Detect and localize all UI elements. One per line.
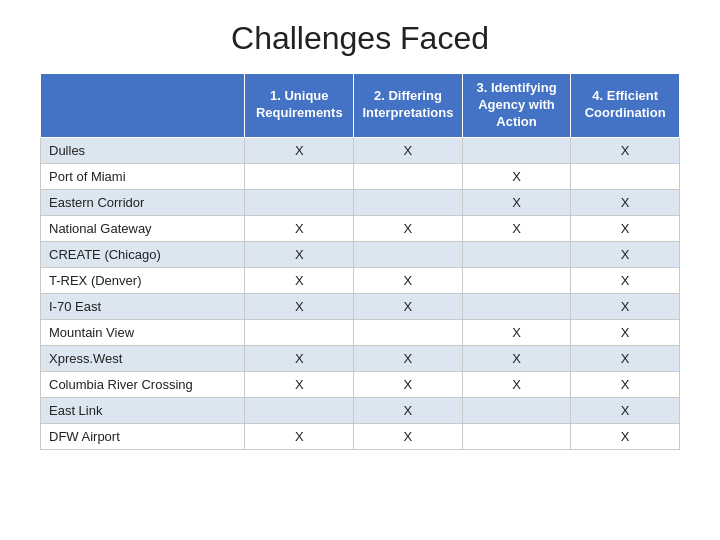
col-header-unique-req: 1. Unique Requirements [245,74,354,138]
cell-value: X [245,241,354,267]
table-row: I-70 EastXXX [41,293,680,319]
cell-value: X [354,397,463,423]
table-row: Xpress.WestXXXX [41,345,680,371]
project-name: Columbia River Crossing [41,371,245,397]
table-row: CREATE (Chicago)XX [41,241,680,267]
cell-value: X [245,345,354,371]
cell-value: X [571,397,680,423]
cell-value: X [571,137,680,163]
cell-value [462,423,571,449]
table-row: Port of MiamiX [41,163,680,189]
table-row: Mountain ViewXX [41,319,680,345]
cell-value: X [245,137,354,163]
cell-value: X [571,423,680,449]
cell-value: X [354,215,463,241]
cell-value: X [354,267,463,293]
cell-value [571,163,680,189]
cell-value [462,267,571,293]
cell-value: X [354,345,463,371]
table-row: DullesXXX [41,137,680,163]
table-row: National GatewayXXXX [41,215,680,241]
cell-value [462,137,571,163]
cell-value [462,293,571,319]
cell-value: X [462,163,571,189]
cell-value: X [354,423,463,449]
project-name: National Gateway [41,215,245,241]
table-row: Eastern CorridorXX [41,189,680,215]
project-name: East Link [41,397,245,423]
table-row: T-REX (Denver)XXX [41,267,680,293]
cell-value: X [245,215,354,241]
cell-value: X [462,215,571,241]
cell-value: X [462,345,571,371]
project-name: DFW Airport [41,423,245,449]
cell-value: X [571,345,680,371]
cell-value [354,319,463,345]
cell-value: X [462,189,571,215]
project-name: T-REX (Denver) [41,267,245,293]
cell-value: X [571,267,680,293]
table-row: East LinkXX [41,397,680,423]
project-name: CREATE (Chicago) [41,241,245,267]
col-header-efficient-coord: 4. Efficient Coordination [571,74,680,138]
table-row: Columbia River CrossingXXXX [41,371,680,397]
cell-value: X [571,241,680,267]
project-name: Dulles [41,137,245,163]
cell-value: X [245,371,354,397]
project-name: I-70 East [41,293,245,319]
cell-value [462,241,571,267]
cell-value [245,189,354,215]
cell-value: X [571,215,680,241]
table-row: DFW AirportXXX [41,423,680,449]
cell-value: X [245,267,354,293]
cell-value: X [354,137,463,163]
project-name: Xpress.West [41,345,245,371]
cell-value: X [245,293,354,319]
cell-value [245,397,354,423]
page: Challenges Faced 1. Unique Requirements … [0,0,720,540]
col-header-identifying-agency: 3. Identifying Agency with Action [462,74,571,138]
cell-value [245,319,354,345]
project-name: Port of Miami [41,163,245,189]
cell-value: X [571,319,680,345]
cell-value: X [571,189,680,215]
cell-value: X [462,319,571,345]
col-header-differing-interp: 2. Differing Interpretations [354,74,463,138]
page-title: Challenges Faced [231,20,489,57]
cell-value [354,189,463,215]
project-name: Eastern Corridor [41,189,245,215]
cell-value: X [245,423,354,449]
cell-value [354,241,463,267]
cell-value: X [571,293,680,319]
cell-value [354,163,463,189]
cell-value: X [354,371,463,397]
cell-value [462,397,571,423]
col-header-project [41,74,245,138]
project-name: Mountain View [41,319,245,345]
cell-value: X [571,371,680,397]
cell-value: X [462,371,571,397]
cell-value [245,163,354,189]
challenges-table: 1. Unique Requirements 2. Differing Inte… [40,73,680,450]
cell-value: X [354,293,463,319]
